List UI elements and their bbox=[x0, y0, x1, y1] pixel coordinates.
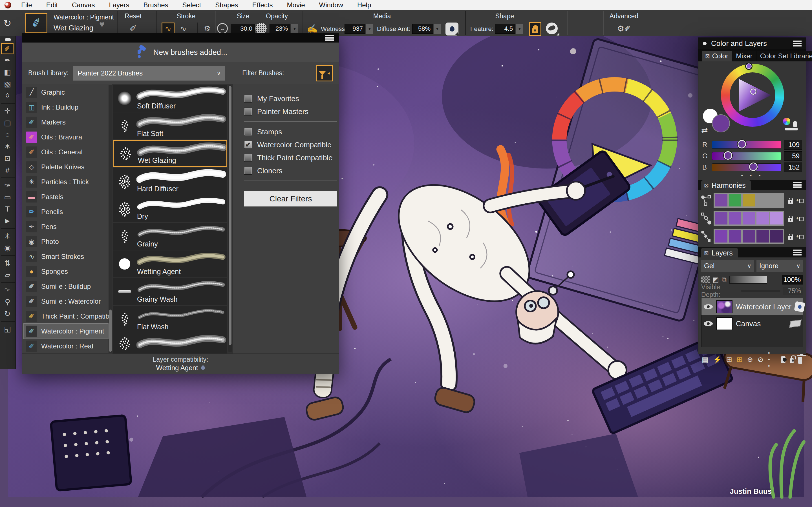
filter-stamps[interactable]: Stamps bbox=[244, 125, 337, 138]
variant-wetting-agent[interactable]: Wetting Agent bbox=[113, 250, 227, 277]
swatch[interactable] bbox=[743, 194, 755, 207]
harmony-lock-icon[interactable] bbox=[788, 218, 793, 222]
layer-opacity-slider[interactable] bbox=[729, 276, 767, 284]
wetness-field[interactable]: 937 ▼ bbox=[345, 24, 373, 34]
swatch[interactable] bbox=[729, 194, 741, 207]
add-harmony-icon[interactable]: + bbox=[796, 216, 804, 221]
layers-more-dots[interactable]: • • • bbox=[768, 350, 777, 369]
delete-layer-trash-icon[interactable] bbox=[798, 357, 802, 364]
harmony-swatches[interactable] bbox=[714, 211, 784, 226]
harmony-type-icon[interactable] bbox=[701, 194, 711, 207]
slider-track[interactable] bbox=[712, 163, 781, 171]
menu-window[interactable]: Window bbox=[312, 0, 350, 10]
slider-knob[interactable] bbox=[749, 163, 758, 171]
new-layer-icon[interactable]: ⊞ bbox=[726, 355, 732, 363]
layer-opacity-value[interactable]: 100% bbox=[782, 275, 803, 284]
blend-mode-select[interactable]: Gel∨ bbox=[701, 260, 754, 272]
variant-partial[interactable] bbox=[113, 333, 227, 353]
screen-mode-tool[interactable]: ◱ bbox=[1, 323, 14, 335]
slider-track[interactable] bbox=[712, 152, 781, 160]
swatch[interactable] bbox=[729, 230, 741, 242]
swatch[interactable] bbox=[756, 212, 769, 224]
category-oils-general[interactable]: ✐ Oils : General bbox=[24, 145, 108, 159]
variant-hard-diffuser[interactable]: Hard Diffuser bbox=[113, 168, 227, 194]
opacity-dropdown-icon[interactable]: ▼ bbox=[291, 24, 298, 34]
checkbox-icon[interactable]: ✔ bbox=[244, 141, 252, 149]
favorite-heart-icon[interactable]: ♥ bbox=[99, 19, 105, 30]
harmony-swatches[interactable] bbox=[714, 229, 784, 244]
text-tool[interactable]: T bbox=[1, 203, 14, 215]
category-watercolor-real[interactable]: ✐ Watercolor : Real bbox=[24, 339, 108, 353]
category-pastels[interactable]: ▬ Pastels bbox=[24, 189, 108, 204]
wetness-dropdown-icon[interactable]: ▼ bbox=[366, 24, 373, 34]
layer-commands-icon[interactable]: ▤ bbox=[702, 355, 709, 363]
filter-painter-masters[interactable]: Painter Masters bbox=[244, 105, 337, 118]
category-ink-buildup[interactable]: ◫ Ink : Buildup bbox=[24, 100, 108, 115]
swatch[interactable] bbox=[756, 230, 769, 242]
rotate-page-tool[interactable]: ↻ bbox=[1, 308, 14, 320]
dropper-tool[interactable]: ✒ bbox=[1, 54, 14, 66]
color-picker-stamp-icon[interactable] bbox=[783, 118, 800, 130]
selection-adjuster-tool[interactable]: ⊡ bbox=[1, 152, 14, 164]
variant-flat-wash[interactable]: Flat Wash bbox=[113, 305, 227, 333]
rect-select-tool[interactable]: ▢ bbox=[1, 117, 14, 129]
circular-arrow-icon[interactable]: ↻ bbox=[3, 17, 11, 29]
feature-dropdown-icon[interactable]: ▼ bbox=[516, 24, 523, 34]
panel-menu-icon[interactable] bbox=[793, 41, 802, 47]
category-photo[interactable]: ◉ Photo bbox=[24, 234, 108, 249]
category-oils-bravura[interactable]: ✐ Oils : Bravura bbox=[24, 129, 108, 145]
add-harmony-icon[interactable]: + bbox=[796, 233, 804, 239]
menu-help[interactable]: Help bbox=[350, 0, 378, 10]
variant-dry[interactable]: Dry bbox=[113, 195, 227, 222]
variant-soft-diffuser[interactable]: Soft Diffuser bbox=[113, 85, 227, 112]
swatch[interactable] bbox=[756, 194, 769, 207]
hue-selector[interactable] bbox=[745, 62, 753, 70]
menu-movie[interactable]: Movie bbox=[280, 0, 312, 10]
variant-flat-soft[interactable]: Flat Soft bbox=[113, 112, 227, 139]
layers-menu-icon[interactable] bbox=[793, 249, 802, 256]
magic-wand-tool[interactable]: ✶ bbox=[1, 140, 14, 152]
composite-depth-select[interactable]: Ignore∨ bbox=[756, 260, 803, 272]
reset-brush-icon[interactable]: ✐ bbox=[127, 22, 139, 34]
category-pencils[interactable]: ✏ Pencils bbox=[24, 204, 108, 219]
opacity-field[interactable]: 23% ▼ bbox=[269, 24, 298, 34]
layer-adjuster-tool[interactable]: ✛ bbox=[1, 105, 14, 117]
swatch[interactable] bbox=[715, 212, 727, 224]
harmonies-menu-icon[interactable] bbox=[793, 182, 802, 188]
mirror-painting-tool[interactable]: ⇅ bbox=[1, 257, 14, 269]
shape-selection-tool[interactable]: ► bbox=[1, 215, 14, 227]
filter-my-favorites[interactable]: My Favorites bbox=[244, 92, 337, 105]
checkbox-icon[interactable] bbox=[244, 167, 252, 175]
pickup-underlying-icon[interactable]: ◩ bbox=[712, 276, 719, 284]
advanced-brush-icon[interactable]: ⚙✐ bbox=[615, 22, 633, 34]
tab-color[interactable]: ⊠Color bbox=[702, 51, 732, 61]
category-scrollbar[interactable] bbox=[109, 85, 112, 353]
swatch[interactable] bbox=[743, 212, 755, 224]
crop-tool[interactable]: # bbox=[1, 164, 14, 176]
variant-grainy[interactable]: Grainy bbox=[113, 223, 227, 250]
slider-knob[interactable] bbox=[724, 151, 732, 160]
variant-wet-glazing[interactable]: Wet Glazing bbox=[113, 140, 227, 167]
magnifier-tool[interactable]: ⚲ bbox=[1, 296, 14, 308]
lock-layer-icon[interactable] bbox=[790, 358, 794, 363]
filter-watercolor-compatible[interactable]: ✔ Watercolor Compatible bbox=[244, 138, 337, 151]
new-watercolor-layer-icon[interactable]: ⊞ bbox=[737, 355, 743, 363]
layer-row-canvas[interactable]: Canvas bbox=[702, 315, 803, 332]
swatch[interactable] bbox=[715, 194, 727, 207]
filter-thick-paint-compatible[interactable]: Thick Paint Compatible bbox=[244, 151, 337, 164]
diffuse-field[interactable]: 58% ▼ bbox=[412, 24, 441, 34]
menu-select[interactable]: Select bbox=[175, 0, 208, 10]
checkbox-icon[interactable] bbox=[244, 95, 252, 103]
preserve-transparency-icon[interactable] bbox=[701, 276, 710, 283]
lasso-tool[interactable]: ◌ bbox=[1, 129, 14, 140]
toolbox-handle[interactable] bbox=[5, 38, 11, 41]
sv-selector[interactable] bbox=[750, 89, 756, 95]
menu-brushes[interactable]: Brushes bbox=[136, 0, 175, 10]
brush-selector[interactable]: ✐ bbox=[26, 13, 47, 33]
current-color-swatch[interactable] bbox=[712, 114, 730, 132]
brush-tool[interactable]: ✐ bbox=[1, 43, 13, 54]
menu-canvas[interactable]: Canvas bbox=[65, 0, 102, 10]
category-pens[interactable]: ✒ Pens bbox=[24, 219, 108, 234]
duplicate-layer-icon[interactable]: ⧉ bbox=[722, 276, 726, 284]
panel-menu-icon[interactable] bbox=[325, 35, 334, 41]
